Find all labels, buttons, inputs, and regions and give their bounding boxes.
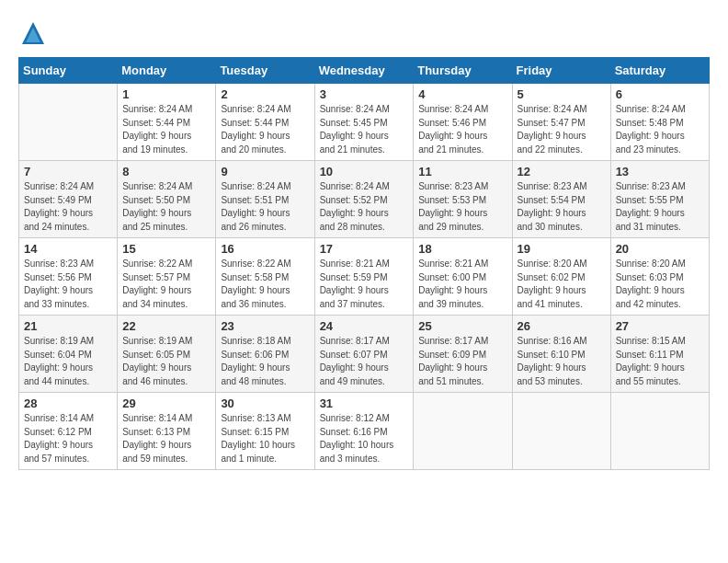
calendar-cell: 7Sunrise: 8:24 AM Sunset: 5:49 PM Daylig… [19,161,118,238]
day-info: Sunrise: 8:15 AM Sunset: 6:11 PM Dayligh… [616,335,704,388]
day-info: Sunrise: 8:17 AM Sunset: 6:09 PM Dayligh… [418,335,506,388]
weekday-header-thursday: Thursday [414,58,512,84]
day-info: Sunrise: 8:22 AM Sunset: 5:58 PM Dayligh… [221,258,309,311]
day-number: 6 [616,87,704,101]
logo-icon [18,18,48,48]
day-info: Sunrise: 8:23 AM Sunset: 5:56 PM Dayligh… [24,258,112,311]
day-number: 28 [24,396,112,410]
day-info: Sunrise: 8:24 AM Sunset: 5:44 PM Dayligh… [221,103,309,156]
weekday-header-monday: Monday [118,58,216,84]
calendar-cell: 5Sunrise: 8:24 AM Sunset: 5:47 PM Daylig… [512,84,610,161]
weekday-header-sunday: Sunday [19,58,118,84]
day-number: 11 [418,165,506,178]
day-number: 4 [418,87,506,101]
day-number: 1 [122,87,210,101]
day-info: Sunrise: 8:24 AM Sunset: 5:51 PM Dayligh… [221,180,309,234]
calendar-cell: 1Sunrise: 8:24 AM Sunset: 5:44 PM Daylig… [118,84,216,161]
day-number: 23 [221,319,309,333]
calendar-cell: 2Sunrise: 8:24 AM Sunset: 5:44 PM Daylig… [216,84,314,161]
day-number: 18 [418,242,506,256]
day-number: 8 [122,165,210,178]
day-number: 3 [320,87,409,101]
calendar-cell: 30Sunrise: 8:13 AM Sunset: 6:15 PM Dayli… [216,393,314,470]
day-number: 15 [122,242,210,256]
page-header [18,18,710,48]
day-info: Sunrise: 8:23 AM Sunset: 5:53 PM Dayligh… [418,180,506,234]
calendar-table: SundayMondayTuesdayWednesdayThursdayFrid… [18,57,710,470]
calendar-cell: 20Sunrise: 8:20 AM Sunset: 6:03 PM Dayli… [610,238,709,316]
day-info: Sunrise: 8:24 AM Sunset: 5:45 PM Dayligh… [320,103,409,156]
calendar-cell [512,393,610,470]
calendar-cell: 19Sunrise: 8:20 AM Sunset: 6:02 PM Dayli… [512,238,610,316]
day-info: Sunrise: 8:16 AM Sunset: 6:10 PM Dayligh… [518,335,606,388]
day-number: 26 [518,319,606,333]
calendar-cell: 22Sunrise: 8:19 AM Sunset: 6:05 PM Dayli… [118,316,216,393]
day-info: Sunrise: 8:23 AM Sunset: 5:55 PM Dayligh… [616,180,704,234]
day-number: 12 [518,165,606,178]
day-info: Sunrise: 8:24 AM Sunset: 5:47 PM Dayligh… [518,103,606,156]
day-number: 25 [418,319,506,333]
calendar-cell: 4Sunrise: 8:24 AM Sunset: 5:46 PM Daylig… [414,84,512,161]
day-number: 13 [616,165,704,178]
day-info: Sunrise: 8:23 AM Sunset: 5:54 PM Dayligh… [518,180,606,234]
calendar-cell: 6Sunrise: 8:24 AM Sunset: 5:48 PM Daylig… [610,84,709,161]
calendar-cell [414,393,512,470]
day-number: 29 [122,396,210,410]
calendar-cell: 18Sunrise: 8:21 AM Sunset: 6:00 PM Dayli… [414,238,512,316]
logo [18,18,51,48]
calendar-cell: 27Sunrise: 8:15 AM Sunset: 6:11 PM Dayli… [610,316,709,393]
day-info: Sunrise: 8:17 AM Sunset: 6:07 PM Dayligh… [320,335,409,388]
day-info: Sunrise: 8:24 AM Sunset: 5:44 PM Dayligh… [122,103,210,156]
week-row-1: 1Sunrise: 8:24 AM Sunset: 5:44 PM Daylig… [19,84,710,161]
day-number: 9 [221,165,309,178]
calendar-cell: 17Sunrise: 8:21 AM Sunset: 5:59 PM Dayli… [314,238,414,316]
day-info: Sunrise: 8:19 AM Sunset: 6:04 PM Dayligh… [24,335,112,388]
calendar-cell [610,393,709,470]
calendar-cell: 25Sunrise: 8:17 AM Sunset: 6:09 PM Dayli… [414,316,512,393]
week-row-3: 14Sunrise: 8:23 AM Sunset: 5:56 PM Dayli… [19,238,710,316]
day-number: 14 [24,242,112,256]
calendar-cell: 15Sunrise: 8:22 AM Sunset: 5:57 PM Dayli… [118,238,216,316]
day-info: Sunrise: 8:18 AM Sunset: 6:06 PM Dayligh… [221,335,309,388]
day-info: Sunrise: 8:24 AM Sunset: 5:50 PM Dayligh… [122,180,210,234]
day-number: 30 [221,396,309,410]
day-number: 22 [122,319,210,333]
day-number: 19 [518,242,606,256]
day-info: Sunrise: 8:24 AM Sunset: 5:46 PM Dayligh… [418,103,506,156]
day-info: Sunrise: 8:24 AM Sunset: 5:49 PM Dayligh… [24,180,112,234]
weekday-header-wednesday: Wednesday [314,58,414,84]
week-row-2: 7Sunrise: 8:24 AM Sunset: 5:49 PM Daylig… [19,161,710,238]
day-info: Sunrise: 8:20 AM Sunset: 6:02 PM Dayligh… [518,258,606,311]
day-number: 10 [320,165,409,178]
calendar-cell: 11Sunrise: 8:23 AM Sunset: 5:53 PM Dayli… [414,161,512,238]
day-info: Sunrise: 8:22 AM Sunset: 5:57 PM Dayligh… [122,258,210,311]
calendar-cell: 29Sunrise: 8:14 AM Sunset: 6:13 PM Dayli… [118,393,216,470]
week-row-5: 28Sunrise: 8:14 AM Sunset: 6:12 PM Dayli… [19,393,710,470]
weekday-header-row: SundayMondayTuesdayWednesdayThursdayFrid… [19,58,710,84]
calendar-cell: 12Sunrise: 8:23 AM Sunset: 5:54 PM Dayli… [512,161,610,238]
calendar-cell: 26Sunrise: 8:16 AM Sunset: 6:10 PM Dayli… [512,316,610,393]
weekday-header-saturday: Saturday [610,58,709,84]
day-number: 16 [221,242,309,256]
weekday-header-friday: Friday [512,58,610,84]
calendar-cell [19,84,118,161]
calendar-cell: 24Sunrise: 8:17 AM Sunset: 6:07 PM Dayli… [314,316,414,393]
day-info: Sunrise: 8:14 AM Sunset: 6:12 PM Dayligh… [24,412,112,465]
calendar-cell: 14Sunrise: 8:23 AM Sunset: 5:56 PM Dayli… [19,238,118,316]
day-info: Sunrise: 8:19 AM Sunset: 6:05 PM Dayligh… [122,335,210,388]
day-number: 2 [221,87,309,101]
day-info: Sunrise: 8:21 AM Sunset: 6:00 PM Dayligh… [418,258,506,311]
day-number: 21 [24,319,112,333]
calendar-cell: 3Sunrise: 8:24 AM Sunset: 5:45 PM Daylig… [314,84,414,161]
day-info: Sunrise: 8:24 AM Sunset: 5:48 PM Dayligh… [616,103,704,156]
day-info: Sunrise: 8:21 AM Sunset: 5:59 PM Dayligh… [320,258,409,311]
day-info: Sunrise: 8:13 AM Sunset: 6:15 PM Dayligh… [221,412,309,465]
day-info: Sunrise: 8:14 AM Sunset: 6:13 PM Dayligh… [122,412,210,465]
day-number: 27 [616,319,704,333]
day-info: Sunrise: 8:20 AM Sunset: 6:03 PM Dayligh… [616,258,704,311]
calendar-cell: 8Sunrise: 8:24 AM Sunset: 5:50 PM Daylig… [118,161,216,238]
calendar-cell: 9Sunrise: 8:24 AM Sunset: 5:51 PM Daylig… [216,161,314,238]
calendar-cell: 16Sunrise: 8:22 AM Sunset: 5:58 PM Dayli… [216,238,314,316]
calendar-cell: 13Sunrise: 8:23 AM Sunset: 5:55 PM Dayli… [610,161,709,238]
calendar-cell: 21Sunrise: 8:19 AM Sunset: 6:04 PM Dayli… [19,316,118,393]
